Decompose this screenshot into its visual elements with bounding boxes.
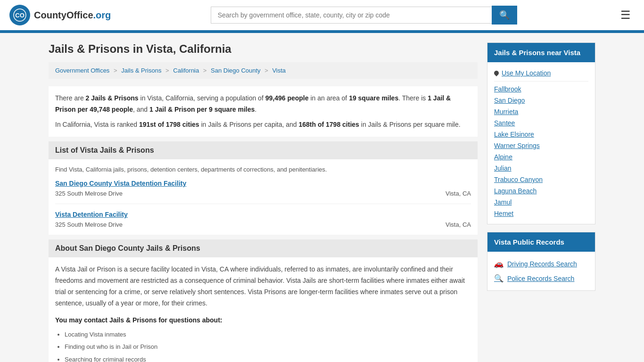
stats-para-2: In California, Vista is ranked 191st of … bbox=[55, 119, 471, 131]
menu-icon[interactable]: ☰ bbox=[617, 7, 635, 24]
logo-text: CountyOffice.org bbox=[34, 10, 111, 21]
facility-item-2: Vista Detention Facility 325 South Melro… bbox=[55, 211, 471, 228]
public-records-sidebar-box: Vista Public Records 🚗 Driving Records S… bbox=[487, 232, 595, 291]
breadcrumb-sep-2: > bbox=[165, 67, 169, 74]
facility-city-1: Vista, CA bbox=[446, 190, 471, 197]
police-records-link[interactable]: 🔍 Police Records Search bbox=[494, 271, 588, 286]
breadcrumb-link-san-diego[interactable]: San Diego County bbox=[211, 67, 261, 74]
contact-list: Locating Vista inmates Finding out who i… bbox=[55, 329, 471, 362]
stats-rank-sqmile: 168th of 1798 cities bbox=[298, 121, 359, 128]
facility-addr-row-1: 325 South Melrose Drive Vista, CA bbox=[55, 190, 471, 197]
facility-city-2: Vista, CA bbox=[446, 221, 471, 228]
about-paragraph: A Vista Jail or Prison is a secure facil… bbox=[55, 264, 471, 309]
nearby-link-lake-elsinore[interactable]: Lake Elsinore bbox=[494, 129, 588, 140]
use-location-text: Use My Location bbox=[502, 69, 551, 77]
location-pin-icon bbox=[493, 70, 500, 76]
police-icon: 🔍 bbox=[494, 274, 504, 283]
facility-name-1[interactable]: San Diego County Vista Detention Facilit… bbox=[55, 180, 471, 187]
breadcrumb-sep-3: > bbox=[203, 67, 207, 74]
search-button[interactable]: 🔍 bbox=[492, 6, 517, 25]
contact-item-3: Searching for criminal records bbox=[65, 354, 471, 362]
nearby-link-laguna-beach[interactable]: Laguna Beach bbox=[494, 185, 588, 197]
nearby-link-san-diego[interactable]: San Diego bbox=[494, 95, 588, 106]
nearby-sidebar-body: Use My Location Fallbrook San Diego Murr… bbox=[487, 62, 595, 224]
stats-per-sqmile: 1 Jail & Prison per 9 square miles bbox=[149, 106, 255, 113]
nearby-link-santee[interactable]: Santee bbox=[494, 117, 588, 129]
svg-text:CO: CO bbox=[15, 12, 25, 19]
facility-list: Find Vista, California jails, prisons, d… bbox=[49, 159, 478, 235]
search-bar: 🔍 bbox=[211, 6, 517, 25]
site-header: CO CountyOffice.org 🔍 ☰ bbox=[0, 0, 644, 32]
list-section-header: List of Vista Jails & Prisons bbox=[49, 141, 478, 159]
nearby-sidebar-box: Jails & Prisons near Vista Use My Locati… bbox=[487, 42, 595, 224]
facility-item-1: San Diego County Vista Detention Facilit… bbox=[55, 180, 471, 204]
page-title: Jails & Prisons in Vista, California bbox=[49, 42, 478, 56]
search-input[interactable] bbox=[211, 7, 492, 24]
breadcrumb-link-ca[interactable]: California bbox=[173, 67, 199, 74]
breadcrumb-sep-1: > bbox=[114, 67, 117, 74]
nearby-link-julian[interactable]: Julian bbox=[494, 163, 588, 174]
nearby-link-warner-springs[interactable]: Warner Springs bbox=[494, 140, 588, 151]
nearby-sidebar-header: Jails & Prisons near Vista bbox=[487, 43, 595, 62]
public-records-sidebar-body: 🚗 Driving Records Search 🔍 Police Record… bbox=[487, 252, 595, 290]
contact-item-2: Finding out who is in Jail or Prison bbox=[65, 342, 471, 352]
nearby-link-jamul[interactable]: Jamul bbox=[494, 197, 588, 208]
breadcrumb-link-gov[interactable]: Government Offices bbox=[55, 67, 109, 74]
public-records-sidebar-header: Vista Public Records bbox=[487, 232, 595, 252]
logo[interactable]: CO CountyOffice.org bbox=[9, 5, 111, 25]
facility-address-2: 325 South Melrose Drive bbox=[55, 221, 123, 228]
stats-area: 19 square miles bbox=[349, 94, 398, 102]
content-area: Jails & Prisons in Vista, California Gov… bbox=[49, 42, 478, 362]
contact-item-1: Locating Vista inmates bbox=[65, 329, 471, 340]
facility-name-2[interactable]: Vista Detention Facility bbox=[55, 211, 471, 218]
nearby-divider bbox=[494, 81, 588, 82]
breadcrumb: Government Offices > Jails & Prisons > C… bbox=[49, 62, 478, 79]
use-location-link[interactable]: Use My Location bbox=[494, 67, 588, 79]
nearby-link-murrieta[interactable]: Murrieta bbox=[494, 106, 588, 117]
nearby-link-trabuco-canyon[interactable]: Trabuco Canyon bbox=[494, 174, 588, 185]
facility-addr-row-2: 325 South Melrose Drive Vista, CA bbox=[55, 221, 471, 228]
about-text-block: A Vista Jail or Prison is a secure facil… bbox=[49, 257, 478, 362]
breadcrumb-link-jails[interactable]: Jails & Prisons bbox=[121, 67, 161, 74]
car-icon: 🚗 bbox=[494, 259, 504, 268]
breadcrumb-sep-4: > bbox=[264, 67, 268, 74]
police-records-label: Police Records Search bbox=[507, 275, 574, 282]
contact-header: You may contact Jails & Prisons for ques… bbox=[55, 315, 471, 326]
main-container: Jails & Prisons in Vista, California Gov… bbox=[39, 33, 605, 362]
nearby-link-fallbrook[interactable]: Fallbrook bbox=[494, 83, 588, 95]
sidebar: Jails & Prisons near Vista Use My Locati… bbox=[487, 42, 595, 362]
stats-population: 99,496 people bbox=[265, 94, 309, 102]
stats-para-1: There are 2 Jails & Prisons in Vista, Ca… bbox=[55, 93, 471, 115]
stats-block: There are 2 Jails & Prisons in Vista, Ca… bbox=[49, 86, 478, 137]
nearby-link-hemet[interactable]: Hemet bbox=[494, 208, 588, 219]
stats-rank-capita: 191st of 1798 cities bbox=[139, 121, 199, 128]
facility-address-1: 325 South Melrose Drive bbox=[55, 190, 123, 197]
facility-description: Find Vista, California jails, prisons, d… bbox=[55, 166, 471, 173]
nearby-link-alpine[interactable]: Alpine bbox=[494, 151, 588, 163]
stats-count: 2 Jails & Prisons bbox=[86, 94, 139, 102]
logo-icon: CO bbox=[9, 5, 30, 25]
driving-records-link[interactable]: 🚗 Driving Records Search bbox=[494, 256, 588, 271]
driving-records-label: Driving Records Search bbox=[507, 260, 577, 268]
about-section-header: About San Diego County Jails & Prisons bbox=[49, 239, 478, 257]
breadcrumb-link-vista[interactable]: Vista bbox=[272, 67, 286, 74]
